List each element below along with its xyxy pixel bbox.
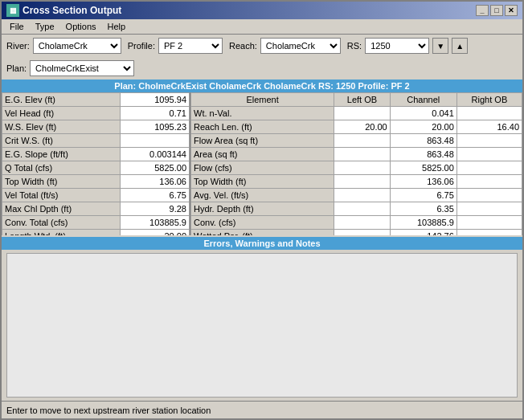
chart-area	[6, 253, 518, 398]
plan-label: Plan:	[6, 63, 27, 73]
right-row-leftob: 20.00	[334, 120, 391, 134]
left-row-value: 20.00	[120, 230, 189, 236]
left-table-row: Q Total (cfs)5825.00	[2, 161, 190, 175]
right-table-row: Conv. (cfs)103885.9	[191, 216, 522, 230]
col-rightob: Right OB	[456, 93, 522, 107]
menu-file[interactable]: File	[5, 21, 29, 32]
right-table-row: Flow (cfs)5825.00	[191, 161, 522, 175]
left-row-value: 0.71	[120, 107, 189, 120]
right-row-leftob	[334, 202, 391, 216]
minimize-button[interactable]: _	[476, 5, 489, 16]
rs-up-button[interactable]: ▲	[452, 38, 468, 54]
right-row-channel: 103885.9	[390, 216, 456, 230]
left-row-value: 103885.9	[120, 216, 189, 230]
right-row-leftob	[334, 175, 391, 189]
close-button[interactable]: ✕	[505, 5, 518, 16]
right-row-rightob	[456, 148, 522, 161]
right-table: Element Left OB Channel Right OB Wt. n-V…	[190, 92, 522, 235]
reach-combo[interactable]: CholameCrk	[260, 38, 341, 54]
reach-label: Reach:	[229, 41, 257, 51]
left-row-label: Max Chl Dpth (ft)	[2, 202, 121, 216]
left-row-label: Length Wtd. (ft)	[2, 230, 121, 236]
left-row-value: 0.003144	[120, 148, 189, 161]
right-row-leftob	[334, 148, 391, 161]
rs-combo[interactable]: 1250	[365, 38, 429, 54]
reach-group: Reach: CholameCrk	[229, 38, 341, 54]
left-table-row: W.S. Elev (ft)1095.23	[2, 120, 190, 134]
left-table-row: Top Width (ft)136.06	[2, 175, 190, 189]
title-bar-left: ▦ Cross Section Output	[6, 4, 121, 17]
title-controls: _ □ ✕	[476, 5, 518, 16]
river-combo[interactable]: CholameCrk	[33, 38, 121, 54]
col-channel: Channel	[390, 93, 456, 107]
main-window: ▦ Cross Section Output _ □ ✕ File Type O…	[0, 0, 524, 420]
left-row-label: E.G. Elev (ft)	[2, 93, 121, 107]
right-row-rightob	[456, 175, 522, 189]
right-row-leftob	[334, 189, 391, 202]
right-table-row: Flow Area (sq ft)863.48	[191, 134, 522, 148]
right-row-label: Wetted Per. (ft)	[191, 230, 334, 236]
plan-combo[interactable]: CholmeCrkExist	[30, 60, 134, 76]
right-row-label: Hydr. Depth (ft)	[191, 202, 334, 216]
window-title: Cross Section Output	[23, 5, 121, 16]
right-row-leftob	[334, 161, 391, 175]
right-table-row: Wt. n-Val.0.041	[191, 107, 522, 120]
col-leftob: Left OB	[334, 93, 391, 107]
toolbar: River: CholameCrk Profile: PF 2 Reach: C…	[2, 35, 522, 80]
title-bar: ▦ Cross Section Output _ □ ✕	[2, 2, 522, 19]
status-text: Enter to move to next upstream river sta…	[6, 406, 211, 415]
right-row-channel: 5825.00	[390, 161, 456, 175]
left-row-label: Top Width (ft)	[2, 175, 121, 189]
left-row-label: Conv. Total (cfs)	[2, 216, 121, 230]
maximize-button[interactable]: □	[490, 5, 503, 16]
right-row-channel: 142.76	[390, 230, 456, 236]
right-row-label: Conv. (cfs)	[191, 216, 334, 230]
rs-label: RS:	[347, 41, 362, 51]
menu-type[interactable]: Type	[31, 21, 59, 32]
left-row-label: E.G. Slope (ft/ft)	[2, 148, 121, 161]
right-row-channel: 6.35	[390, 202, 456, 216]
profile-group: Profile: PF 2	[128, 38, 223, 54]
left-row-value: 5825.00	[120, 161, 189, 175]
left-row-value: 1095.23	[120, 120, 189, 134]
left-table-row: E.G. Slope (ft/ft)0.003144	[2, 148, 190, 161]
left-row-value	[120, 134, 189, 148]
left-table-row: Max Chl Dpth (ft)9.28	[2, 202, 190, 216]
profile-label: Profile:	[128, 41, 155, 51]
left-row-value: 1095.94	[120, 93, 189, 107]
rs-down-button[interactable]: ▼	[432, 38, 448, 54]
right-row-label: Wt. n-Val.	[191, 107, 334, 120]
left-table-row: Crit W.S. (ft)	[2, 134, 190, 148]
errors-bar: Errors, Warnings and Notes	[2, 237, 522, 250]
right-table-row: Top Width (ft)136.06	[191, 175, 522, 189]
right-row-leftob	[334, 107, 391, 120]
rs-group: RS: 1250 ▼ ▲	[347, 38, 468, 54]
left-row-value: 6.75	[120, 189, 189, 202]
right-row-channel: 20.00	[390, 120, 456, 134]
status-bar: Enter to move to next upstream river sta…	[2, 401, 522, 418]
right-row-label: Area (sq ft)	[191, 148, 334, 161]
right-table-row: Hydr. Depth (ft)6.35	[191, 202, 522, 216]
right-table-row: Reach Len. (ft)20.0020.0016.40	[191, 120, 522, 134]
left-table: E.G. Elev (ft)1095.94Vel Head (ft)0.71W.…	[2, 92, 190, 235]
right-table-row: Area (sq ft)863.48	[191, 148, 522, 161]
left-table-row: Length Wtd. (ft)20.00	[2, 230, 190, 236]
right-row-rightob	[456, 107, 522, 120]
river-group: River: CholameCrk	[6, 38, 121, 54]
profile-combo[interactable]: PF 2	[158, 38, 223, 54]
right-row-rightob	[456, 134, 522, 148]
menu-options[interactable]: Options	[61, 21, 101, 32]
right-row-channel: 136.06	[390, 175, 456, 189]
info-bar-text: Plan: CholmeCrkExist CholameCrk CholameC…	[114, 81, 409, 91]
right-row-label: Flow Area (sq ft)	[191, 134, 334, 148]
menu-bar: File Type Options Help	[2, 19, 522, 35]
left-row-value: 136.06	[120, 175, 189, 189]
info-bar: Plan: CholmeCrkExist CholameCrk CholameC…	[2, 80, 522, 92]
left-table-row: Vel Total (ft/s)6.75	[2, 189, 190, 202]
right-row-rightob	[456, 189, 522, 202]
col-element: Element	[191, 93, 334, 107]
right-row-channel: 6.75	[390, 189, 456, 202]
plan-group: Plan: CholmeCrkExist	[6, 60, 134, 76]
menu-help[interactable]: Help	[103, 21, 131, 32]
left-row-label: W.S. Elev (ft)	[2, 120, 121, 134]
